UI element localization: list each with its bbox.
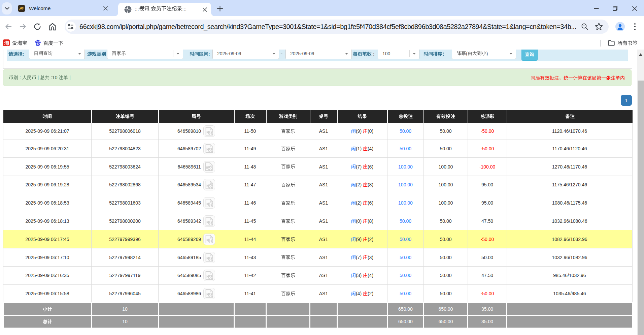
svg-text:du: du xyxy=(37,43,39,45)
